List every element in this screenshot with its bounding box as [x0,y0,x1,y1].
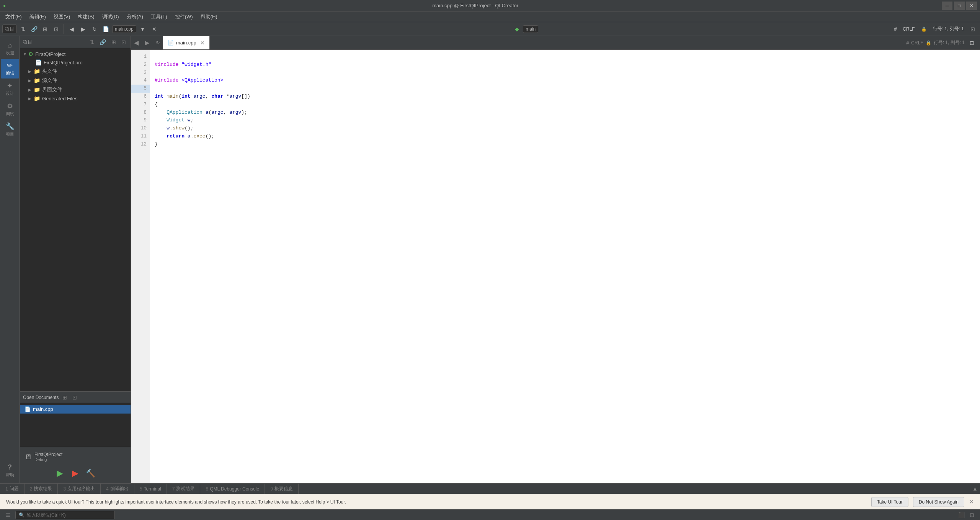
project-selector-label[interactable]: 项目 [2,25,17,33]
editor-resize-btn[interactable]: ⊡ [968,24,978,34]
editor-tab-main-cpp[interactable]: 📄 main.cpp ✕ [163,36,210,49]
run-btn[interactable]: ▶ [53,466,67,480]
sidebar-item-project[interactable]: 🔧 项目 [1,120,19,139]
file-close-btn[interactable]: ✕ [149,24,159,34]
code-line-10: return a.exec(); [155,133,214,139]
take-ui-tour-button[interactable]: Take UI Tour [871,497,908,507]
nav-sync-btn[interactable]: ↻ [90,24,100,34]
sidebar-item-help[interactable]: ? 帮助 [1,461,19,480]
bottom-tab-issues[interactable]: 1 问题 [0,484,24,494]
debug-run-btn[interactable]: ▶ [69,466,82,480]
crlf-status[interactable]: CRLF [900,26,917,32]
nav-forward-btn[interactable]: ▶ [78,24,88,34]
code-line-8: Widget w; [155,117,193,123]
sidebar-item-edit[interactable]: ✏ 编辑 [1,59,19,78]
editor-expand-btn[interactable]: ⊡ [967,38,977,48]
project-filter-btn[interactable]: ⇅ [88,38,96,46]
tree-item-generated[interactable]: ▶ 📁 Generated Files [20,94,131,103]
bottom-tab-compile[interactable]: 4 编译输出 [101,484,134,494]
bottom-tab-summary[interactable]: 9 概要信息 [265,484,299,494]
toolbar-link-btn[interactable]: 🔗 [29,24,39,34]
code-content[interactable]: #include "widget.h" #include <QApplicati… [150,50,980,483]
hash-status[interactable]: # [892,26,899,32]
location-search[interactable]: 🔍 [15,511,115,519]
bottom-tab-app-output[interactable]: 3 应用程序输出 [58,484,101,494]
design-label: 设计 [6,91,14,96]
close-button[interactable]: ✕ [966,2,977,10]
line-6: 6 [131,93,150,101]
project-icon: 🔧 [6,122,14,131]
statusbar: ☰ 🔍 ⬛ ⊡ [0,509,980,520]
tree-item-pro[interactable]: 📄 FirstQtProject.pro [20,58,131,67]
menu-edit[interactable]: 编辑(E) [26,12,50,22]
tree-item-headers[interactable]: ▶ 📁 头文件 [20,67,131,76]
tab-close-btn[interactable]: ✕ [200,40,205,46]
maximize-button[interactable]: □ [954,2,965,10]
line-col-status[interactable]: 行号: 1, 列号: 1 [931,26,966,32]
welcome-label: 欢迎 [6,50,14,56]
sidebar-item-design[interactable]: ✦ 设计 [1,79,19,99]
menu-analyze[interactable]: 分析(A) [123,12,147,22]
menu-debug[interactable]: 调试(D) [98,12,123,22]
tab-num-4: 4 [106,486,109,492]
code-line-5: int main(int argc, char *argv[]) [155,93,250,99]
headers-folder-icon: 📁 [34,68,40,74]
project-close-btn[interactable]: ⊡ [120,38,127,46]
build-btn[interactable]: 🔨 [84,466,98,480]
welcome-icon: ⌂ [8,41,12,49]
current-file-label[interactable]: main.cpp [112,25,136,33]
open-docs-close-btn[interactable]: ⊡ [71,394,78,401]
bottom-tab-terminal[interactable]: 5 Terminal [134,484,167,494]
minimize-button[interactable]: ─ [942,2,952,10]
encoding-icon: 🔒 [919,26,929,32]
do-not-show-again-button[interactable]: Do Not Show Again [913,497,964,507]
project-link-btn[interactable]: 🔗 [98,38,108,46]
bottom-tab-test[interactable]: 7 测试结果 [167,484,201,494]
breadcrumb-func[interactable]: main [523,25,538,33]
sidebar-item-debug[interactable]: ⚙ 调试 [1,100,19,119]
tree-label-sources: 源文件 [42,77,57,84]
sidebar-item-welcome[interactable]: ⌂ 欢迎 [1,39,19,58]
toolbar-close-btn[interactable]: ⊡ [51,24,61,34]
tab-nav-sync[interactable]: ↻ [152,36,163,49]
project-root-icon: ⚙ [28,51,33,57]
search-input[interactable] [27,512,111,518]
ui-folder-icon: 📁 [34,87,40,93]
project-add-subwin-btn[interactable]: ⊞ [110,38,118,46]
nav-back-btn[interactable]: ◀ [67,24,77,34]
tree-label-headers: 头文件 [42,68,57,75]
help-label: 帮助 [6,472,14,478]
sidebar-toggle-btn[interactable]: ☰ [3,510,13,520]
menu-help[interactable]: 帮助(H) [197,12,221,22]
design-icon: ✦ [7,82,13,90]
toolbar-add-btn[interactable]: ⊞ [40,24,50,34]
tree-item-ui[interactable]: ▶ 📁 界面文件 [20,85,131,94]
tour-close-button[interactable]: ✕ [969,498,974,505]
editor-line-col-label: 行号: 1, 列号: 1 [934,39,965,46]
statusbar-expand-btn[interactable]: ⬛ [956,510,966,520]
toolbar-sort-btn[interactable]: ⇅ [18,24,28,34]
menu-controls[interactable]: 控件(W) [171,12,197,22]
tab-label-summary: 概要信息 [274,486,293,492]
tab-num-3: 3 [63,486,66,492]
menu-file[interactable]: 文件(F) [2,12,26,22]
tab-nav-left[interactable]: ◀ [131,36,142,49]
doc-item-main-cpp[interactable]: 📄 main.cpp [20,405,131,414]
menu-tools[interactable]: 工具(T) [147,12,171,22]
generated-folder-icon: 📁 [34,95,40,101]
menu-view[interactable]: 视图(V) [50,12,74,22]
tab-label-app-output: 应用程序输出 [67,486,95,492]
edit-label: 编辑 [6,70,14,76]
tab-nav-right[interactable]: ▶ [142,36,152,49]
tree-item-root[interactable]: ▼ ⚙ FirstQtProject [20,50,131,58]
bottom-tab-search[interactable]: 2 搜索结果 [24,484,58,494]
bottom-tabs-expand-btn[interactable]: ▲ [970,484,980,494]
file-menu-btn[interactable]: ▾ [138,24,148,34]
statusbar-settings-btn[interactable]: ⊡ [967,510,977,520]
bottom-tab-qml-debug[interactable]: 8 QML Debugger Console [200,484,265,494]
help-icon: ? [8,463,12,471]
open-docs-layout-btn[interactable]: ⊞ [61,394,69,401]
menu-build[interactable]: 构建(B) [74,12,98,22]
tree-arrow-ui: ▶ [28,88,34,92]
tree-item-sources[interactable]: ▶ 📁 源文件 [20,76,131,85]
